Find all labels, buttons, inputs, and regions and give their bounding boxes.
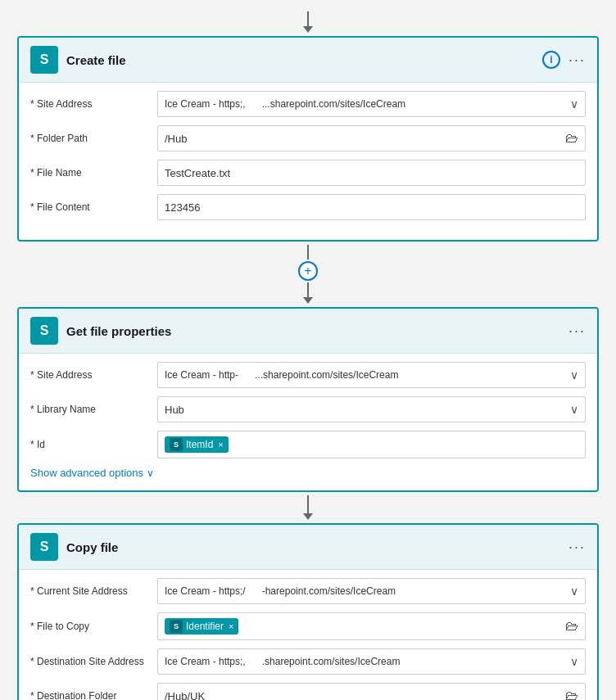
identifier-chip-icon: S [170, 620, 183, 633]
file-content-row: * File Content 123456 [30, 194, 586, 220]
copy-file-actions: ··· [568, 539, 586, 556]
gfp-site-address-label: * Site Address [30, 369, 157, 381]
current-site-address-label: * Current Site Address [30, 585, 157, 597]
library-name-label: * Library Name [30, 404, 157, 415]
dots-menu-copy[interactable]: ··· [568, 539, 586, 556]
current-site-address-row: * Current Site Address Ice Cream - https… [30, 578, 586, 604]
file-name-input[interactable]: TestCreate.txt [157, 160, 586, 186]
get-file-properties-actions: ··· [568, 323, 586, 340]
copy-file-body: * Current Site Address Ice Cream - https… [19, 570, 597, 700]
destination-folder-input[interactable]: /Hub/UK 🗁 [157, 683, 586, 700]
file-content-value: 123456 [165, 201, 200, 214]
copy-file-title: Copy file [66, 540, 568, 554]
site-address-value: Ice Cream - https;, ...sharepoint.com/si… [165, 98, 405, 110]
destination-site-dropdown-arrow: ∨ [570, 655, 578, 668]
folder-path-value: /Hub [165, 133, 187, 145]
connector-arrow-2 [303, 513, 313, 520]
destination-folder-icon: 🗁 [565, 689, 578, 700]
folder-icon: 🗁 [565, 131, 578, 146]
destination-site-address-label: * Destination Site Address [30, 656, 157, 667]
destination-site-address-input[interactable]: Ice Cream - https;, .sharepoint.com/site… [157, 648, 586, 675]
create-file-body: * Site Address Ice Cream - https;, ...sh… [19, 83, 597, 240]
gfp-site-address-value: Ice Cream - http- ...sharepoint.com/site… [165, 369, 398, 381]
file-to-copy-row: * File to Copy S Identifier × 🗁 [30, 612, 586, 640]
file-content-input[interactable]: 123456 [157, 194, 586, 220]
add-step-button-1[interactable]: + [298, 261, 318, 281]
file-name-label: * File Name [30, 167, 157, 178]
site-address-label: * Site Address [30, 98, 157, 110]
connector-line-1 [307, 245, 309, 260]
destination-folder-label: * Destination Folder [30, 690, 157, 700]
info-icon[interactable]: i [542, 51, 560, 69]
library-name-value: Hub [165, 404, 184, 416]
destination-site-address-value: Ice Cream - https;, .sharepoint.com/site… [165, 656, 400, 667]
id-label: * Id [30, 439, 157, 450]
itemid-chip-icon: S [170, 438, 183, 451]
id-row: * Id S ItemId × [30, 431, 586, 458]
destination-site-address-row: * Destination Site Address Ice Cream - h… [30, 648, 586, 675]
identifier-chip-label: Identifier [186, 621, 224, 632]
copy-file-icon: S [30, 533, 58, 561]
file-to-copy-input[interactable]: S Identifier × 🗁 [157, 612, 586, 640]
get-file-properties-header: S Get file properties ··· [19, 309, 597, 354]
get-file-properties-body: * Site Address Ice Cream - http- ...shar… [19, 354, 597, 490]
dropdown-arrow: ∨ [570, 97, 578, 111]
destination-folder-row: * Destination Folder /Hub/UK 🗁 [30, 683, 586, 700]
create-file-icon: S [30, 46, 58, 74]
current-site-address-input[interactable]: Ice Cream - https;/ -harepoint.com/sites… [157, 578, 586, 604]
file-name-value: TestCreate.txt [165, 167, 230, 179]
itemid-tag[interactable]: S ItemId × [165, 436, 229, 453]
itemid-chip-close[interactable]: × [218, 440, 223, 449]
site-address-input[interactable]: Ice Cream - https;, ...sharepoint.com/si… [157, 91, 586, 117]
file-name-row: * File Name TestCreate.txt [30, 160, 586, 186]
file-to-copy-folder-icon: 🗁 [565, 619, 578, 634]
folder-path-input[interactable]: /Hub 🗁 [157, 125, 586, 151]
folder-path-row: * Folder Path /Hub 🗁 [30, 125, 586, 151]
get-file-properties-title: Get file properties [66, 324, 568, 338]
dots-menu-create[interactable]: ··· [568, 52, 586, 69]
library-dropdown-arrow: ∨ [570, 403, 578, 416]
current-site-address-value: Ice Cream - https;/ -harepoint.com/sites… [165, 585, 396, 597]
identifier-tag[interactable]: S Identifier × [165, 618, 238, 635]
connector-2 [303, 495, 313, 520]
get-file-properties-card: S Get file properties ··· * Site Address… [17, 307, 599, 492]
site-address-row: * Site Address Ice Cream - https;, ...sh… [30, 91, 586, 117]
connector-line [307, 11, 309, 26]
top-connector [303, 11, 313, 33]
library-name-row: * Library Name Hub ∨ [30, 396, 586, 422]
show-advanced-options[interactable]: Show advanced options ∨ [30, 467, 586, 479]
show-advanced-arrow-icon: ∨ [147, 467, 154, 479]
connector-arrow-1 [303, 297, 313, 304]
connector-line-1b [307, 282, 309, 297]
connector-line-2 [307, 495, 309, 513]
create-file-card: S Create file i ··· * Site Address Ice C… [17, 36, 599, 242]
current-site-dropdown-arrow: ∨ [570, 585, 578, 598]
copy-file-header: S Copy file ··· [19, 525, 597, 570]
connector-1: + [298, 245, 318, 304]
folder-path-label: * Folder Path [30, 133, 157, 144]
create-file-title: Create file [66, 53, 542, 67]
id-input[interactable]: S ItemId × [157, 431, 586, 458]
copy-file-card: S Copy file ··· * Current Site Address I… [17, 523, 599, 700]
create-file-header: S Create file i ··· [19, 38, 597, 83]
gfp-site-address-row: * Site Address Ice Cream - http- ...shar… [30, 362, 586, 388]
destination-folder-value: /Hub/UK [165, 690, 205, 701]
itemid-chip-label: ItemId [186, 439, 213, 450]
connector-arrow [303, 26, 313, 33]
gfp-site-address-input[interactable]: Ice Cream - http- ...sharepoint.com/site… [157, 362, 586, 388]
get-file-icon: S [30, 317, 58, 345]
identifier-chip-close[interactable]: × [229, 621, 233, 631]
show-advanced-label: Show advanced options [30, 467, 143, 479]
file-to-copy-label: * File to Copy [30, 621, 157, 632]
create-file-actions: i ··· [542, 51, 586, 69]
dots-menu-get[interactable]: ··· [568, 323, 586, 340]
gfp-dropdown-arrow: ∨ [570, 368, 578, 382]
file-content-label: * File Content [30, 201, 157, 213]
library-name-input[interactable]: Hub ∨ [157, 396, 586, 422]
